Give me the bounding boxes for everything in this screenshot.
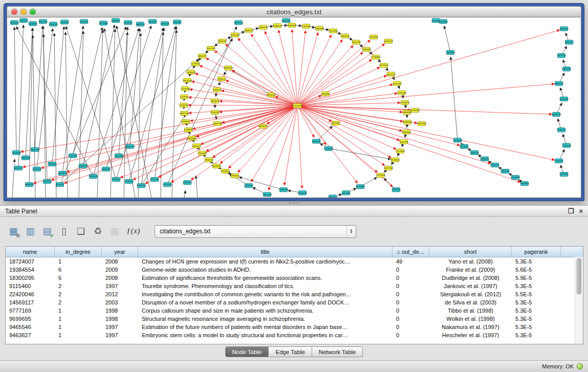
network-node[interactable]: 1859234 bbox=[21, 156, 30, 160]
network-node[interactable]: 1975058 bbox=[376, 173, 385, 178]
network-node[interactable]: 1904185 bbox=[60, 20, 69, 24]
table-row[interactable]: 911546021997Tourette syndrome. Phenomeno… bbox=[6, 282, 583, 290]
column-header-short[interactable]: short bbox=[429, 247, 512, 257]
network-node[interactable]: 1906134 bbox=[470, 150, 479, 155]
network-edge[interactable] bbox=[444, 26, 450, 53]
column-header-out_de[interactable]: △out_de… bbox=[393, 247, 429, 257]
network-node[interactable]: 1897340 bbox=[180, 112, 189, 116]
network-node[interactable]: 1860113 bbox=[125, 144, 135, 148]
network-node[interactable]: 1986102 bbox=[273, 24, 282, 28]
network-node[interactable]: 1818405 bbox=[186, 70, 195, 74]
network-node[interactable]: 1748850 bbox=[371, 55, 380, 59]
column-header-pagerank[interactable]: pagerank bbox=[512, 247, 561, 257]
table-row[interactable]: 1938455462009Genome-wide association stu… bbox=[6, 266, 583, 274]
network-edge[interactable] bbox=[297, 105, 460, 145]
network-edge[interactable] bbox=[83, 25, 115, 166]
network-node[interactable]: 1840913 bbox=[111, 18, 120, 23]
vertical-scrollbar[interactable] bbox=[575, 257, 583, 344]
network-node[interactable]: 1875349 bbox=[160, 21, 169, 26]
network-node[interactable]: 1905134 bbox=[32, 167, 41, 171]
network-edge[interactable] bbox=[297, 52, 363, 105]
trash-icon[interactable]: ♻ bbox=[92, 225, 104, 237]
network-node[interactable]: 1614625 bbox=[331, 121, 340, 125]
network-node[interactable]: 1890245 bbox=[279, 188, 288, 192]
network-edge[interactable] bbox=[119, 27, 127, 156]
network-node[interactable]: 1764520 bbox=[123, 20, 133, 25]
network-edge[interactable] bbox=[297, 30, 559, 106]
network-node[interactable]: 1930152 bbox=[557, 128, 566, 132]
network-edge[interactable] bbox=[226, 80, 298, 105]
network-node[interactable]: 1790155 bbox=[89, 174, 98, 179]
network-edge[interactable] bbox=[297, 84, 554, 106]
network-edge[interactable] bbox=[297, 105, 490, 163]
network-node[interactable]: 1154990 bbox=[410, 108, 420, 113]
network-edge[interactable] bbox=[206, 58, 297, 106]
table-row[interactable]: 2242004622012Investigating the contribut… bbox=[6, 290, 583, 298]
network-node[interactable]: 1853042 bbox=[10, 20, 19, 25]
network-edge[interactable] bbox=[297, 105, 385, 165]
network-edge[interactable] bbox=[297, 105, 410, 110]
network-node[interactable]: 1205561 bbox=[181, 120, 190, 124]
network-node[interactable]: 1815234 bbox=[554, 81, 563, 85]
network-edge[interactable] bbox=[141, 28, 164, 186]
network-node[interactable]: 1884200 bbox=[224, 66, 233, 70]
network-node[interactable]: 1644894 bbox=[439, 19, 448, 24]
network-node[interactable]: 1858092 bbox=[480, 157, 489, 161]
network-canvas[interactable]: 1724049190145218602371275441181840516142… bbox=[7, 17, 581, 198]
column-header-name[interactable]: name bbox=[6, 247, 55, 257]
network-edge[interactable] bbox=[35, 26, 42, 149]
network-node[interactable]: 1822609 bbox=[114, 154, 123, 158]
table-selector-dropdown[interactable]: citations_edges.txt▲▼ bbox=[155, 225, 356, 238]
network-node[interactable]: 1096394 bbox=[403, 120, 412, 124]
network-node[interactable]: 1810462 bbox=[356, 185, 365, 189]
network-node[interactable]: 1854092 bbox=[562, 67, 571, 71]
network-node[interactable]: 1935014 bbox=[112, 178, 121, 182]
network-edge[interactable] bbox=[192, 81, 297, 105]
network-node[interactable]: 1903142 bbox=[137, 184, 146, 188]
column-header-in_degree[interactable]: in_degree bbox=[55, 247, 102, 257]
network-node[interactable]: 1904145 bbox=[298, 191, 307, 195]
network-edge[interactable] bbox=[12, 159, 15, 198]
network-node[interactable]: 1154409 bbox=[397, 91, 406, 95]
network-node[interactable]: 1557234 bbox=[234, 20, 243, 25]
network-node[interactable]: 1679194 bbox=[453, 138, 462, 142]
network-node[interactable]: 1830029 bbox=[258, 124, 268, 128]
table-row[interactable]: 1456911722003Disruption of a novel membe… bbox=[6, 298, 583, 307]
network-edge[interactable] bbox=[189, 97, 297, 105]
network-node[interactable]: 1924502 bbox=[520, 182, 529, 186]
network-edge[interactable] bbox=[297, 105, 302, 188]
network-node[interactable]: 1686013 bbox=[244, 28, 253, 32]
network-node[interactable]: 1836250 bbox=[79, 19, 89, 24]
network-node[interactable]: 1677050 bbox=[559, 172, 569, 177]
network-edge[interactable] bbox=[52, 27, 64, 164]
network-node[interactable]: 1862410 bbox=[564, 40, 574, 44]
network-node[interactable]: 1306733 bbox=[179, 103, 188, 107]
network-node[interactable]: 1794305 bbox=[163, 183, 172, 187]
network-window-titlebar[interactable]: citations_edges.txt bbox=[7, 6, 581, 17]
network-edge[interactable] bbox=[297, 105, 520, 182]
network-node[interactable]: 1564680 bbox=[315, 26, 324, 30]
network-node[interactable]: 1524815 bbox=[390, 158, 400, 162]
network-edge[interactable] bbox=[451, 57, 458, 140]
network-edge[interactable] bbox=[188, 105, 297, 105]
network-edge[interactable] bbox=[196, 176, 198, 198]
table-row[interactable]: 977716911998Corpus callosum shape and si… bbox=[6, 307, 583, 315]
network-node[interactable]: 1220428 bbox=[230, 33, 239, 37]
network-node[interactable]: 1950133 bbox=[78, 164, 88, 168]
network-edge[interactable] bbox=[297, 84, 393, 105]
network-edge[interactable] bbox=[297, 105, 554, 160]
network-node[interactable]: 1721035 bbox=[562, 143, 571, 147]
network-node[interactable]: 1328670 bbox=[184, 128, 193, 132]
network-node[interactable]: 1697384 bbox=[384, 166, 393, 170]
network-edge[interactable] bbox=[297, 105, 552, 114]
network-node[interactable]: 1614200 bbox=[183, 78, 192, 82]
network-edge[interactable] bbox=[21, 105, 297, 151]
network-node[interactable]: 9154990 bbox=[417, 122, 426, 126]
splitter-handle[interactable] bbox=[288, 202, 300, 205]
network-edge[interactable] bbox=[34, 105, 297, 183]
network-node[interactable]: 1835881 bbox=[187, 136, 197, 140]
network-node[interactable]: 1921674 bbox=[148, 19, 157, 24]
network-node[interactable]: 1943150 bbox=[559, 97, 569, 101]
network-edge[interactable] bbox=[191, 105, 297, 180]
network-edge[interactable] bbox=[41, 105, 297, 168]
